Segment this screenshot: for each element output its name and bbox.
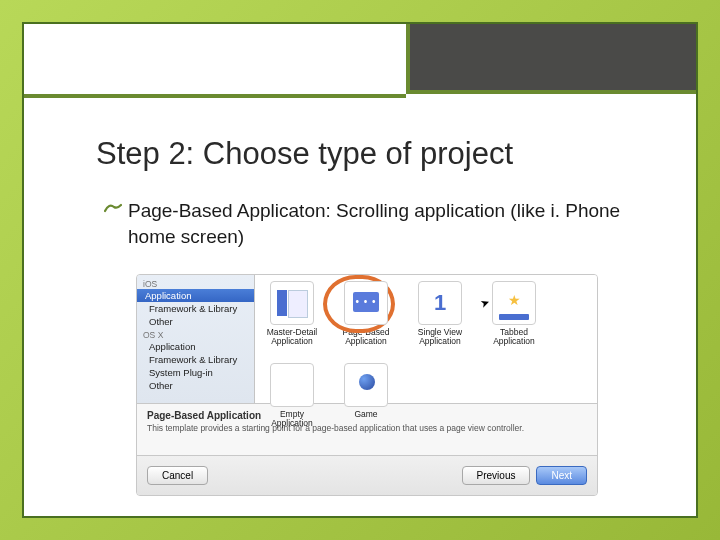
slide-title: Step 2: Choose type of project	[96, 136, 513, 172]
template-master-detail[interactable]: Master-Detail Application	[263, 281, 321, 347]
slide-card: Step 2: Choose type of project Page-Base…	[22, 22, 698, 518]
single-view-icon	[418, 281, 462, 325]
empty-app-icon	[270, 363, 314, 407]
sidebar-item-osx-framework[interactable]: Framework & Library	[137, 353, 254, 366]
template-tabbed[interactable]: Tabbed Application	[485, 281, 543, 347]
template-label: Master-Detail Application	[263, 328, 321, 347]
sidebar-item-osx-plugin[interactable]: System Plug-in	[137, 366, 254, 379]
sidebar-header-osx: OS X	[137, 328, 254, 340]
template-empty[interactable]: Empty Application	[263, 363, 321, 429]
previous-button[interactable]: Previous	[462, 466, 531, 485]
template-game[interactable]: Game	[337, 363, 395, 429]
bullet-text: Page-Based Applicaton: Scrolling applica…	[128, 198, 636, 249]
script-bullet-icon	[104, 201, 122, 219]
dialog-sidebar: iOS Application Framework & Library Othe…	[137, 275, 255, 403]
game-icon	[344, 363, 388, 407]
tabbed-icon	[492, 281, 536, 325]
template-label: Tabbed Application	[485, 328, 543, 347]
template-chooser-dialog: iOS Application Framework & Library Othe…	[136, 274, 598, 496]
template-gallery: Master-Detail Application Page-Based App…	[255, 275, 597, 403]
header-accent-box	[406, 24, 696, 94]
template-page-based[interactable]: Page-Based Application	[337, 281, 395, 347]
template-single-view[interactable]: Single View Application	[411, 281, 469, 347]
sidebar-item-ios-application[interactable]: Application	[137, 289, 254, 302]
template-label: Game	[337, 410, 395, 419]
sidebar-item-ios-other[interactable]: Other	[137, 315, 254, 328]
sidebar-item-osx-application[interactable]: Application	[137, 340, 254, 353]
sidebar-item-ios-framework[interactable]: Framework & Library	[137, 302, 254, 315]
next-button[interactable]: Next	[536, 466, 587, 485]
cancel-button[interactable]: Cancel	[147, 466, 208, 485]
page-based-icon	[344, 281, 388, 325]
bullet-item: Page-Based Applicaton: Scrolling applica…	[104, 198, 636, 249]
sidebar-item-osx-other[interactable]: Other	[137, 379, 254, 392]
template-label: Single View Application	[411, 328, 469, 347]
template-label: Empty Application	[263, 410, 321, 429]
dialog-button-bar: Cancel Previous Next	[137, 455, 597, 495]
header-rule	[24, 94, 406, 98]
sidebar-header-ios: iOS	[137, 277, 254, 289]
master-detail-icon	[270, 281, 314, 325]
template-label: Page-Based Application	[337, 328, 395, 347]
